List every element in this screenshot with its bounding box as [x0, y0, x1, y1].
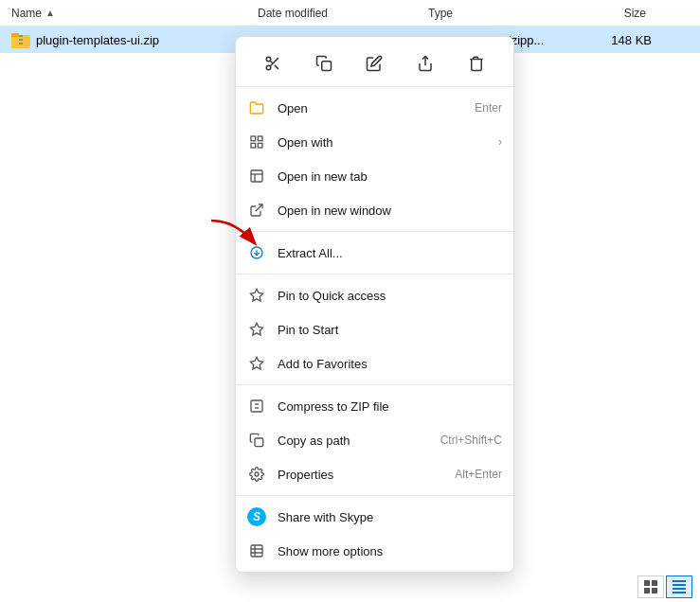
divider-2: [236, 274, 513, 274]
context-menu: Open Enter Open with › Open in new t: [235, 36, 514, 573]
menu-item-open-with[interactable]: Open with ›: [236, 125, 513, 159]
menu-item-add-favorites[interactable]: Add to Favorites: [236, 346, 513, 381]
pin-start-icon: [247, 320, 266, 339]
svg-rect-2: [11, 33, 19, 37]
svg-rect-12: [321, 62, 331, 71]
menu-item-pin-start[interactable]: Pin to Start: [236, 312, 513, 346]
menu-item-pin-quick[interactable]: Pin to Quick access: [236, 278, 513, 312]
copy-path-shortcut: Ctrl+Shift+C: [440, 434, 502, 447]
extract-icon: [247, 243, 266, 262]
pin-start-label: Pin to Start: [278, 323, 502, 337]
svg-rect-4: [19, 39, 23, 41]
show-more-label: Show more options: [278, 544, 502, 558]
zip-icon: [11, 31, 30, 48]
divider-3: [236, 384, 513, 385]
col-type-header[interactable]: Type: [428, 7, 570, 20]
svg-point-8: [266, 65, 271, 70]
pin-quick-icon: [247, 286, 266, 305]
file-table-header: Name ▲ Date modified Type Size: [0, 0, 700, 27]
extract-all-label: Extract All...: [278, 246, 502, 260]
share-button[interactable]: [408, 46, 442, 80]
menu-item-extract-all[interactable]: Extract All...: [236, 236, 513, 270]
svg-rect-33: [644, 580, 650, 586]
svg-rect-36: [652, 588, 657, 593]
copy-path-icon: [247, 431, 266, 450]
divider-1: [236, 231, 513, 232]
open-with-label: Open with: [278, 135, 487, 150]
svg-rect-14: [251, 136, 256, 141]
file-name: plugin-templates-ui.zip: [36, 33, 263, 47]
col-date-header[interactable]: Date modified: [258, 7, 428, 20]
skype-icon: S: [247, 507, 266, 526]
svg-rect-32: [251, 545, 262, 557]
svg-rect-27: [251, 400, 262, 412]
grid-view-button[interactable]: [637, 575, 664, 598]
skype-logo: S: [247, 507, 266, 526]
share-skype-label: Share with Skype: [278, 510, 502, 524]
favorites-icon: [247, 354, 266, 373]
properties-icon: [247, 465, 266, 484]
svg-rect-37: [673, 580, 686, 582]
menu-item-open[interactable]: Open Enter: [236, 91, 513, 125]
sort-arrow-icon: ▲: [45, 8, 55, 18]
svg-rect-18: [251, 170, 262, 182]
col-name-header[interactable]: Name ▲: [11, 7, 258, 20]
svg-rect-15: [258, 136, 262, 141]
file-size: 148 KB: [576, 33, 652, 47]
menu-item-properties[interactable]: Properties Alt+Enter: [236, 457, 513, 491]
cut-button[interactable]: [256, 46, 290, 80]
open-with-arrow: ›: [498, 135, 502, 149]
open-new-tab-label: Open in new tab: [278, 169, 502, 184]
svg-rect-35: [644, 588, 650, 593]
menu-item-open-new-window[interactable]: Open in new window: [236, 193, 513, 227]
new-tab-icon: [247, 167, 266, 186]
svg-rect-16: [258, 143, 262, 148]
svg-rect-3: [19, 35, 23, 37]
svg-rect-30: [255, 438, 263, 447]
pin-quick-label: Pin to Quick access: [278, 289, 502, 303]
svg-line-11: [270, 61, 273, 63]
explorer-window: Name ▲ Date modified Type Size: [0, 0, 700, 602]
menu-item-open-new-tab[interactable]: Open in new tab: [236, 159, 513, 193]
file-icon: [11, 30, 30, 49]
context-toolbar: [236, 41, 513, 87]
svg-line-21: [256, 204, 262, 211]
copy-button[interactable]: [307, 46, 341, 80]
open-icon: [247, 98, 266, 117]
svg-marker-26: [250, 357, 262, 369]
svg-marker-25: [250, 323, 262, 335]
new-window-icon: [247, 201, 266, 220]
svg-rect-5: [19, 43, 23, 44]
menu-item-compress-zip[interactable]: Compress to ZIP file: [236, 389, 513, 423]
favorites-label: Add to Favorites: [278, 357, 502, 371]
show-more-icon: [247, 541, 266, 560]
svg-rect-34: [652, 580, 657, 586]
menu-item-share-skype[interactable]: S Share with Skype: [236, 500, 513, 534]
rename-button[interactable]: [357, 46, 391, 80]
col-size-header[interactable]: Size: [570, 7, 646, 20]
svg-line-10: [275, 65, 278, 69]
list-view-button[interactable]: [666, 575, 692, 598]
properties-shortcut: Alt+Enter: [455, 468, 502, 481]
svg-marker-24: [250, 289, 262, 301]
open-shortcut: Enter: [475, 101, 502, 115]
svg-rect-40: [673, 592, 686, 593]
menu-item-show-more[interactable]: Show more options: [236, 534, 513, 568]
svg-rect-1: [11, 37, 20, 48]
svg-rect-17: [251, 143, 256, 148]
open-with-icon: [247, 133, 266, 151]
divider-4: [236, 495, 513, 496]
svg-rect-38: [673, 584, 686, 586]
delete-button[interactable]: [459, 46, 494, 80]
open-label: Open: [278, 101, 463, 115]
copy-path-label: Copy as path: [278, 434, 429, 448]
svg-rect-39: [673, 588, 686, 590]
col-name-label: Name: [11, 7, 42, 20]
svg-point-31: [255, 472, 259, 476]
compress-zip-label: Compress to ZIP file: [278, 399, 502, 414]
svg-point-7: [266, 57, 271, 62]
status-bar: [630, 572, 700, 602]
menu-item-copy-path[interactable]: Copy as path Ctrl+Shift+C: [236, 423, 513, 457]
properties-label: Properties: [278, 468, 443, 482]
compress-icon: [247, 397, 266, 416]
